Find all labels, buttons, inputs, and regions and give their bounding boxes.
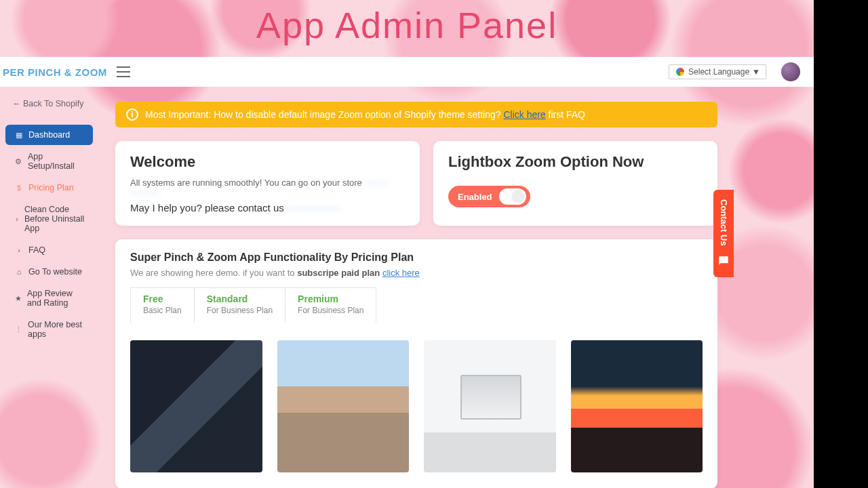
page-title: App Admin Panel [0, 4, 814, 46]
toggle-label: Enabled [458, 192, 492, 202]
functionality-card: Super Pinch & Zoom App Functionality By … [115, 239, 717, 488]
sidebar-item-label: App Setup/Install [28, 152, 86, 171]
sidebar-item-setup[interactable]: ⚙ App Setup/Install [5, 146, 93, 176]
sidebar-item-website[interactable]: ⌂ Go To website [5, 262, 93, 282]
lightbox-toggle[interactable]: Enabled [448, 186, 530, 207]
sidebar-item-label: App Review and Rating [27, 289, 86, 308]
sidebar-item-label: Clean Code Before Uninstall App [24, 205, 86, 233]
brand-logo: PER PINCH & ZOOM [0, 57, 107, 87]
sidebar-item-more-apps[interactable]: ⋮ Our More best apps [5, 314, 93, 344]
website-icon: ⌂ [15, 268, 23, 276]
language-select[interactable]: Select Language ▼ [669, 64, 766, 79]
google-icon [675, 66, 686, 77]
lightbox-card: Lightbox Zoom Option Now Enabled [433, 141, 717, 226]
setup-icon: ⚙ [15, 157, 22, 166]
chat-icon [717, 254, 730, 268]
gallery-image[interactable] [277, 340, 410, 472]
back-to-shopify[interactable]: ← Back To Shopify [0, 87, 98, 123]
tab-name: Free [143, 293, 182, 304]
main-content: i Most Important: How to disable default… [115, 102, 717, 488]
back-label: Back To Shopify [23, 99, 83, 108]
func-desc-bold: subscripe paid plan [297, 268, 380, 278]
contact-email-blurred: ··················· [287, 202, 340, 214]
sidebar-item-dashboard[interactable]: ▦ Dashboard [5, 125, 93, 145]
sidebar-item-label: Pricing Plan [28, 183, 74, 192]
sidebar-item-clean-code[interactable]: › Clean Code Before Uninstall App [5, 199, 93, 239]
sidebar-item-review[interactable]: ★ App Review and Rating [5, 283, 93, 313]
func-title: Super Pinch & Zoom App Functionality By … [130, 251, 703, 264]
func-desc: We are showing here demo. if you want to [130, 268, 297, 278]
pricing-icon: $ [15, 184, 23, 192]
avatar[interactable] [781, 62, 800, 81]
contact-us-tab[interactable]: Contact Us [713, 190, 734, 277]
alert-suffix: first FAQ [549, 109, 585, 120]
tab-free[interactable]: Free Basic Plan [130, 287, 195, 323]
language-label: Select Language [688, 67, 749, 77]
tab-sub: For Business Plan [298, 306, 363, 315]
plan-tabs: Free Basic Plan Standard For Business Pl… [130, 287, 703, 323]
faq-icon: › [15, 246, 23, 254]
sidebar-item-faq[interactable]: › FAQ [5, 240, 93, 260]
tab-standard[interactable]: Standard For Business Plan [195, 287, 285, 323]
dashboard-icon: ▦ [15, 131, 23, 140]
welcome-sub: All systems are running smoothly! You ca… [130, 178, 362, 188]
chevron-down-icon: ▼ [752, 67, 760, 77]
lightbox-title: Lightbox Zoom Option Now [448, 153, 703, 171]
subscribe-link[interactable]: click here [382, 268, 420, 278]
alert-link[interactable]: Click here [503, 109, 545, 120]
sidebar: ← Back To Shopify ▦ Dashboard ⚙ App Setu… [0, 87, 98, 488]
info-icon: i [126, 108, 138, 121]
toggle-track [499, 188, 526, 205]
sidebar-item-pricing[interactable]: $ Pricing Plan [5, 178, 93, 198]
tab-sub: For Business Plan [207, 306, 273, 315]
important-alert: i Most Important: How to disable default… [115, 102, 717, 127]
welcome-title: Welcome [130, 153, 405, 171]
star-icon: ★ [15, 294, 22, 303]
welcome-help: May I help you? please contact us [130, 202, 284, 214]
tab-name: Standard [207, 293, 273, 304]
sidebar-item-label: Our More best apps [28, 320, 86, 339]
tab-sub: Basic Plan [143, 306, 182, 315]
gallery-image[interactable] [130, 340, 262, 472]
gallery-image[interactable] [571, 340, 703, 472]
tab-name: Premium [298, 293, 363, 304]
welcome-card: Welcome All systems are running smoothly… [115, 141, 420, 226]
gallery-image[interactable] [424, 340, 556, 472]
clean-icon: › [15, 215, 19, 223]
contact-label: Contact Us [719, 199, 729, 246]
apps-icon: ⋮ [15, 325, 22, 334]
toggle-knob [511, 190, 525, 203]
top-bar: PER PINCH & ZOOM Select Language ▼ [0, 57, 814, 87]
menu-toggle-icon[interactable] [117, 66, 130, 77]
sidebar-item-label: FAQ [28, 245, 45, 255]
sidebar-item-label: Dashboard [28, 130, 70, 140]
sidebar-item-label: Go To website [28, 267, 82, 277]
alert-text: Most Important: How to disable default i… [145, 109, 501, 120]
demo-gallery [130, 340, 703, 472]
tab-premium[interactable]: Premium For Business Plan [285, 287, 376, 323]
